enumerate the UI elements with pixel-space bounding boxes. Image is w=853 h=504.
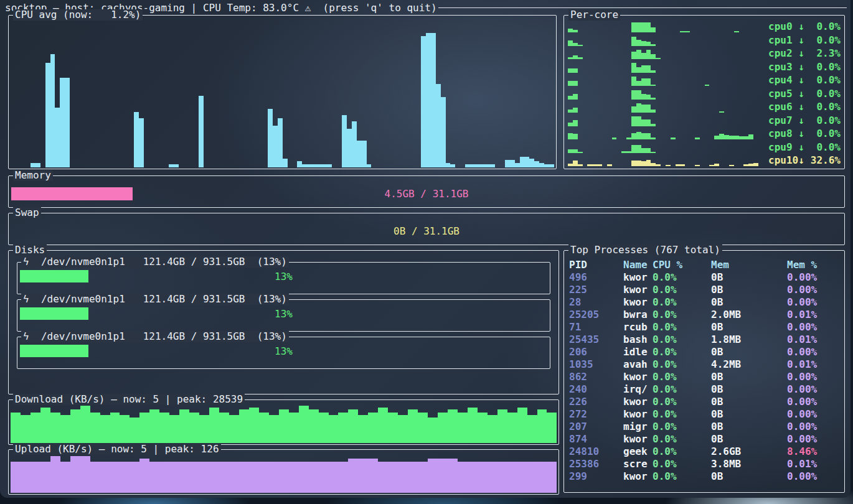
chart-bar (438, 459, 448, 493)
chart-bar (631, 63, 636, 73)
core-label: cpu8 ↓ (768, 128, 804, 139)
chart-bar (631, 37, 636, 46)
per-core-rows: cpu0 ↓0.0%cpu1 ↓0.0%cpu2 ↓2.3%cpu3 ↓0.0%… (568, 21, 841, 166)
chart-bar (31, 413, 40, 443)
chart-bar (651, 70, 656, 72)
core-label: cpu10↓ (768, 154, 804, 166)
chart-bar (418, 462, 428, 493)
per-core-panel-title: Per-core (568, 9, 620, 21)
chart-bar (319, 413, 329, 443)
core-usage-percent: 0.0% (804, 34, 841, 46)
chart-bar (631, 90, 636, 99)
chart-bar (490, 164, 495, 167)
table-row: 207migr0.0%0B0.00% (564, 420, 844, 432)
chart-bar (297, 161, 302, 167)
core-row: cpu1 ↓0.0% (568, 34, 841, 46)
mem-percent-cell: 0.00% (787, 346, 839, 358)
process-name-cell: bash (623, 334, 653, 345)
chart-bar (120, 415, 130, 443)
chart-bar (646, 133, 651, 139)
core-usage-percent: 0.0% (804, 88, 841, 100)
chart-bar (534, 161, 539, 167)
chart-bar (239, 409, 249, 443)
core-sparkline (568, 62, 763, 73)
pid-cell: 71 (569, 321, 623, 333)
memory-usage-label: 4.5GB / 31.1GB (9, 188, 844, 200)
column-header: PID (569, 259, 623, 271)
chart-bar (317, 164, 322, 167)
chart-bar (705, 85, 710, 86)
chart-bar (666, 165, 671, 166)
mem-percent-cell: 0.00% (787, 470, 839, 482)
chart-bar (626, 151, 631, 153)
chart-bar (636, 90, 641, 99)
cpu-percent-cell: 0.0% (653, 321, 711, 333)
table-row: 874kwor0.0%0B0.00% (564, 432, 844, 445)
chart-bar (636, 40, 641, 46)
chart-bar (421, 36, 426, 167)
chart-bar (319, 462, 329, 493)
process-name-cell: kwor (623, 433, 653, 445)
chart-bar (656, 164, 661, 166)
chart-bar (209, 462, 219, 493)
cpu-percent-cell: 0.0% (653, 396, 711, 408)
chart-bar (269, 415, 279, 443)
pid-cell: 240 (569, 383, 623, 395)
chart-bar (636, 116, 641, 126)
chart-bar (470, 164, 475, 167)
chart-bar (50, 413, 60, 443)
chart-bar (646, 78, 651, 86)
chart-bar (465, 164, 470, 167)
mem-cell: 0B (711, 346, 787, 358)
chart-bar (174, 164, 179, 167)
chart-bar (497, 462, 507, 493)
chart-bar (458, 462, 468, 493)
chart-bar (578, 45, 583, 45)
core-sparkline (568, 48, 763, 59)
process-name-cell: kwor (623, 408, 653, 420)
chart-bar (31, 462, 40, 493)
chart-bar (636, 22, 641, 32)
process-name-cell: irq/ (623, 383, 653, 395)
cpu-percent-cell: 0.0% (653, 358, 711, 370)
chart-bar (651, 110, 656, 113)
chart-bar (578, 152, 583, 153)
chart-bar (631, 22, 636, 32)
chart-bar (539, 163, 544, 167)
chart-bar (478, 462, 488, 493)
mem-percent-cell: 0.01% (787, 358, 839, 370)
core-label: cpu3 ↓ (768, 61, 804, 73)
core-row: cpu4 ↓0.0% (568, 74, 841, 86)
chart-bar (527, 462, 537, 493)
chart-bar (431, 33, 436, 167)
chart-bar (398, 462, 408, 493)
column-header: Mem % (787, 259, 839, 271)
cpu-percent-cell: 0.0% (653, 284, 711, 296)
memory-panel-title: Memory (13, 170, 53, 181)
core-sparkline (568, 88, 763, 100)
process-name-cell: bwra (623, 309, 653, 320)
table-row: 1035avah0.0%4.2MB0.01% (564, 358, 844, 370)
chart-bar (527, 415, 537, 443)
chart-bar (329, 415, 339, 443)
chart-bar (573, 161, 578, 166)
chart-bar (641, 22, 646, 32)
chart-bar (641, 65, 646, 72)
core-usage-percent: 0.0% (804, 128, 841, 139)
disk-item: ϟ /dev/nvme0n1p1 121.4GB / 931.5GB (13%)… (17, 337, 550, 369)
cpu-percent-cell: 0.0% (653, 446, 711, 457)
disk-usage-percent: 13% (17, 308, 550, 320)
pid-cell: 299 (569, 470, 623, 482)
process-name-cell: geek (623, 446, 653, 457)
chart-bar (641, 94, 646, 99)
mem-cell: 0B (711, 396, 787, 408)
core-label: cpu1 ↓ (768, 34, 804, 46)
cpu-percent-cell: 0.0% (653, 296, 711, 308)
disk-usage-percent: 13% (17, 271, 550, 282)
chart-bar (651, 44, 656, 45)
cpu-percent-cell: 0.0% (653, 309, 711, 320)
mem-cell: 0B (711, 433, 787, 445)
core-row: cpu5 ↓0.0% (568, 88, 841, 100)
chart-bar (100, 462, 110, 493)
core-sparkline (568, 75, 763, 86)
